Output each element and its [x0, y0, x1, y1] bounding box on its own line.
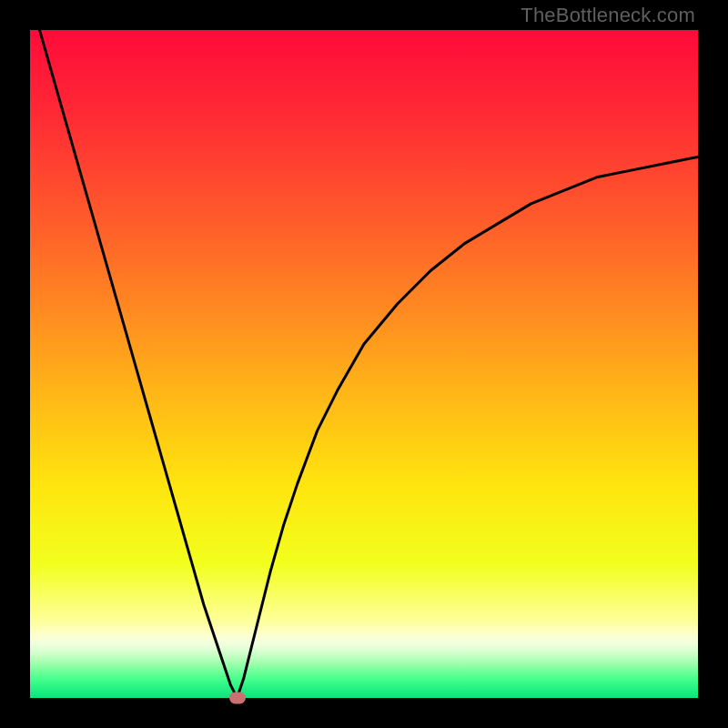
minimum-marker	[229, 693, 246, 704]
chart-stage: TheBottleneck.com	[0, 0, 728, 728]
curve-layer	[30, 30, 698, 698]
curve-path	[30, 0, 698, 698]
plot-area	[30, 30, 698, 698]
watermark-text: TheBottleneck.com	[521, 4, 695, 27]
